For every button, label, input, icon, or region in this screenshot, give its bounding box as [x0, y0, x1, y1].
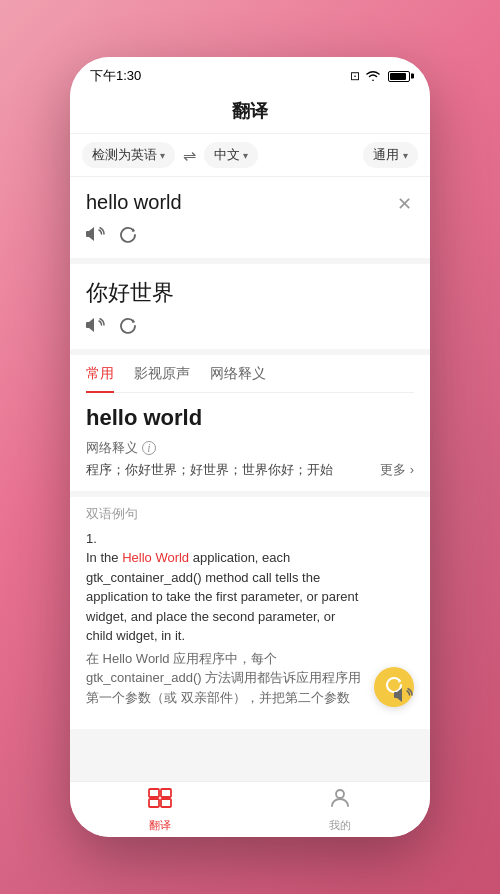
speaker-icon: [86, 227, 106, 247]
example-speaker-button[interactable]: [394, 686, 414, 709]
translate-icon: [147, 786, 173, 816]
definition-word: hello world: [86, 405, 414, 431]
example-zh: 在 Hello World 应用程序中，每个 gtk_container_add…: [86, 649, 414, 708]
status-icons: ⊡: [350, 69, 410, 84]
phone-frame: 下午1:30 ⊡ 翻译 检测为英语 ▾ ⇌ 中文 ▾: [70, 57, 430, 837]
svg-rect-0: [149, 789, 159, 797]
highlight-text: Hello World: [122, 550, 189, 565]
status-time: 下午1:30: [90, 67, 141, 85]
examples-section: 双语例句 1. In the Hello World application, …: [70, 497, 430, 729]
app-title: 翻译: [232, 101, 268, 121]
app-header: 翻译: [70, 91, 430, 134]
more-button[interactable]: 更多 ›: [380, 461, 414, 479]
input-loop-button[interactable]: [118, 225, 138, 248]
nav-label-translate: 翻译: [149, 818, 171, 833]
speaker-icon-output: [86, 318, 106, 338]
input-section: hello world ✕: [70, 177, 430, 258]
tab-movie[interactable]: 影视原声: [134, 355, 190, 393]
loop-icon-output: [118, 318, 138, 338]
input-text: hello world: [86, 191, 395, 214]
main-content: hello world ✕: [70, 177, 430, 781]
nav-label-profile: 我的: [329, 818, 351, 833]
definition-card: hello world 网络释义 i 程序；你好世界；好世界；世界你好；开始 更…: [70, 393, 430, 491]
output-section: 你好世界: [70, 264, 430, 349]
lang-bar: 检测为英语 ▾ ⇌ 中文 ▾ 通用 ▾: [70, 134, 430, 177]
chevron-down-icon-general: ▾: [403, 150, 408, 161]
loop-icon: [118, 227, 138, 247]
person-icon: [328, 786, 352, 816]
close-icon: ✕: [397, 194, 412, 214]
wifi-icon: [365, 69, 381, 84]
svg-rect-3: [161, 799, 171, 807]
clear-button[interactable]: ✕: [395, 191, 414, 217]
tab-web[interactable]: 网络释义: [210, 355, 266, 393]
meaning-text: 程序；你好世界；好世界；世界你好；开始: [86, 461, 380, 479]
swap-icon[interactable]: ⇌: [183, 146, 196, 165]
net-meaning-label: 网络释义: [86, 439, 138, 457]
input-speaker-button[interactable]: [86, 225, 106, 248]
general-button[interactable]: 通用 ▾: [363, 142, 418, 168]
svg-point-4: [336, 790, 344, 798]
chevron-down-icon-target: ▾: [243, 150, 248, 161]
examples-label: 双语例句: [86, 505, 414, 523]
tab-common[interactable]: 常用: [86, 355, 114, 393]
tabs-section: 常用 影视原声 网络释义: [70, 355, 430, 393]
nav-item-translate[interactable]: 翻译: [70, 782, 250, 837]
output-loop-button[interactable]: [118, 316, 138, 339]
battery-icon: [388, 71, 410, 82]
chevron-down-icon: ▾: [160, 150, 165, 161]
example-item: 1. In the Hello World application, each …: [86, 531, 414, 707]
target-lang-button[interactable]: 中文 ▾: [204, 142, 258, 168]
output-speaker-button[interactable]: [86, 316, 106, 339]
info-icon: i: [142, 441, 156, 455]
source-lang-button[interactable]: 检测为英语 ▾: [82, 142, 175, 168]
nav-item-profile[interactable]: 我的: [250, 782, 430, 837]
example-number: 1.: [86, 531, 414, 546]
svg-rect-2: [149, 799, 159, 807]
example-en: In the Hello World application, each gtk…: [86, 548, 414, 646]
svg-rect-1: [161, 789, 171, 797]
status-bar: 下午1:30 ⊡: [70, 57, 430, 91]
output-text: 你好世界: [86, 280, 174, 305]
screen-rotation-icon: ⊡: [350, 69, 360, 83]
bottom-nav: 翻译 我的: [70, 781, 430, 837]
